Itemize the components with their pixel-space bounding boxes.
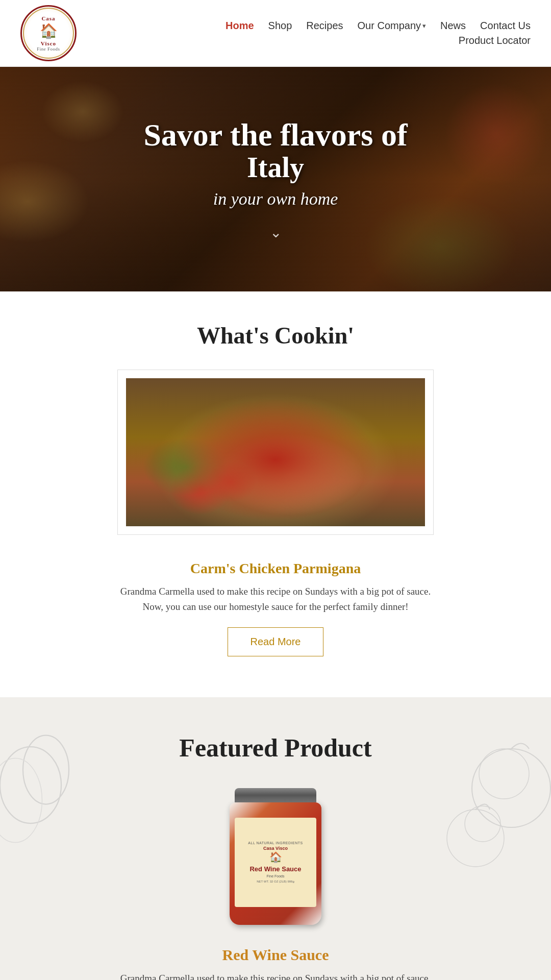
nav-our-company[interactable]: Our Company ▾ [358,20,427,32]
hero-subtitle: in your own home [213,189,338,209]
product-jar[interactable]: ALL NATURAL INGREDIENTS Casa Visco 🏠 Red… [224,788,327,931]
main-nav: Home Shop Recipes Our Company ▾ News Con… [226,20,531,46]
nav-row-bottom: Product Locator [459,35,531,46]
nav-row-top: Home Shop Recipes Our Company ▾ News Con… [226,20,531,32]
recipe-desc-line2: Now, you can use our homestyle sauce for… [142,601,408,612]
read-more-button[interactable]: Read More [228,627,324,656]
jar-logo-text: Casa Visco [263,846,288,851]
recipe-desc-line1: Grandma Carmella used to make this recip… [120,586,431,597]
whats-cookin-section: What's Cookin' Carm's Chicken Parmigana … [0,291,551,697]
logo-brand-top: Casa [41,15,55,21]
product-name[interactable]: Red Wine Sauce [222,946,329,964]
hero-section: Savor the flavors of Italy in your own h… [0,67,551,291]
jar-label-top: ALL NATURAL INGREDIENTS [248,841,303,845]
hero-title-line2: Italy [247,152,304,184]
featured-product-title: Featured Product [179,733,371,763]
featured-product-section: Featured Product ALL NATURAL INGREDIENTS… [0,697,551,980]
jar-net-weight: NET WT. 32 OZ (2LB) 906g [257,880,294,883]
nav-home[interactable]: Home [226,20,254,32]
chevron-down-icon: ▾ [422,22,426,30]
nav-our-company-label: Our Company [358,20,421,32]
nav-product-locator[interactable]: Product Locator [459,35,531,46]
logo-house-icon: 🏠 [40,22,58,39]
nav-contact-us[interactable]: Contact Us [480,20,531,32]
logo-inner: Casa 🏠 Visco Fine Foods [23,8,74,59]
site-header: Casa 🏠 Visco Fine Foods Home Shop Recipe… [0,0,551,67]
recipe-description: Grandma Carmella used to make this recip… [120,584,431,615]
food-visual [126,378,425,526]
hero-scroll-arrow[interactable]: ⌄ [270,224,282,241]
recipe-card [117,370,434,535]
product-desc-line1: Grandma Carmella used to make this recip… [120,973,431,980]
jar-lid [235,788,316,802]
jar-product-name: Red Wine Sauce [249,865,301,873]
jar-subtitle: Fine Foods [266,874,284,878]
logo-circle: Casa 🏠 Visco Fine Foods [20,5,77,61]
product-description: Grandma Carmella used to make this recip… [120,971,431,980]
jar-house-icon: 🏠 [269,851,282,863]
nav-shop[interactable]: Shop [268,20,292,32]
logo-brand-sub: Fine Foods [37,46,60,52]
whats-cookin-title: What's Cookin' [197,322,354,349]
recipe-name[interactable]: Carm's Chicken Parmigana [190,560,361,577]
hero-text-container: Savor the flavors of Italy in your own h… [0,67,551,291]
logo-brand-name: Visco [41,40,56,46]
hero-title-line1: Savor the flavors of [143,117,407,152]
recipe-image [126,378,425,526]
jar-body: ALL NATURAL INGREDIENTS Casa Visco 🏠 Red… [230,802,321,925]
nav-recipes[interactable]: Recipes [306,20,343,32]
nav-news[interactable]: News [440,20,466,32]
jar-label: ALL NATURAL INGREDIENTS Casa Visco 🏠 Red… [235,818,316,907]
logo-area[interactable]: Casa 🏠 Visco Fine Foods [20,5,77,61]
